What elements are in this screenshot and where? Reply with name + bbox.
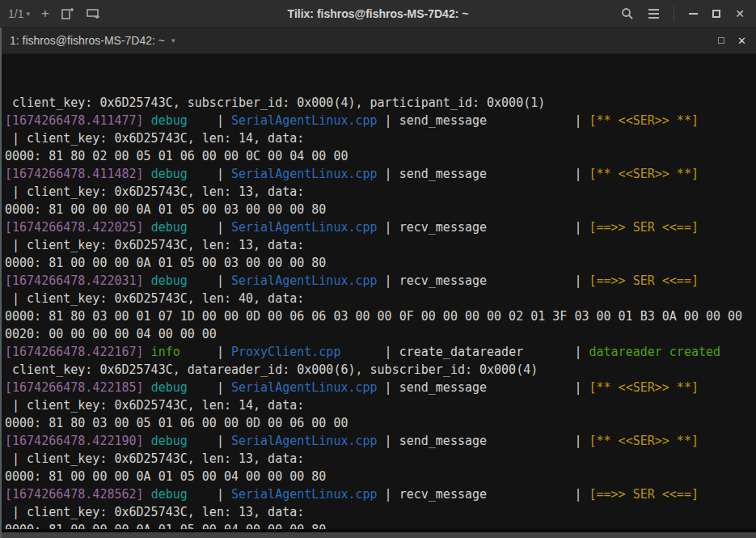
window-body: 1: fishros@fishros-MS-7D42: ~ ▾ ✕ client… bbox=[0, 28, 756, 538]
log-segment: SerialAgentLinux.cpp bbox=[231, 113, 378, 128]
terminal-output: client_key: 0x6D25743C, subscriber_id: 0… bbox=[5, 94, 756, 529]
add-terminal-down-icon[interactable] bbox=[86, 6, 101, 20]
log-segment: | client_key: 0x6D25743C, len: 14, data: bbox=[5, 398, 304, 413]
log-segment: debug bbox=[151, 380, 188, 395]
log-segment bbox=[144, 380, 151, 395]
log-segment: SerialAgentLinux.cpp bbox=[231, 273, 378, 288]
log-line: | client_key: 0x6D25743C, len: 14, data: bbox=[5, 129, 756, 147]
log-segment: [** <<SER>> **] bbox=[589, 113, 699, 128]
log-segment bbox=[144, 167, 151, 181]
log-segment: | bbox=[180, 345, 231, 359]
log-segment: debug bbox=[151, 434, 188, 448]
log-segment bbox=[144, 487, 151, 502]
log-segment: [** <<SER>> **] bbox=[589, 434, 699, 448]
log-line: [1674266478.422031] debug | SerialAgentL… bbox=[5, 272, 756, 290]
log-line: 0000: 81 00 00 00 0A 01 05 00 04 00 00 0… bbox=[5, 521, 756, 529]
log-segment: debug bbox=[151, 113, 188, 128]
log-line: | client_key: 0x6D25743C, len: 14, data: bbox=[5, 396, 756, 414]
log-line: 0000: 81 00 00 00 0A 01 05 00 03 00 00 0… bbox=[5, 254, 756, 272]
log-segment: SerialAgentLinux.cpp bbox=[231, 434, 378, 448]
log-line: [1674266478.428562] debug | SerialAgentL… bbox=[5, 485, 756, 503]
log-line: 0000: 81 80 02 00 05 01 06 00 00 0C 00 0… bbox=[5, 147, 756, 165]
log-segment: | bbox=[188, 113, 231, 128]
search-icon[interactable] bbox=[621, 7, 634, 20]
chevron-down-icon: ▾ bbox=[26, 10, 30, 18]
log-line: | client_key: 0x6D25743C, len: 13, data: bbox=[5, 450, 756, 468]
log-segment: [** <<SER>> **] bbox=[589, 380, 699, 395]
tab-counter-dropdown[interactable]: 1/1 ▾ bbox=[8, 7, 30, 20]
log-segment: debug bbox=[151, 273, 188, 288]
maximize-button[interactable] bbox=[712, 10, 720, 18]
log-segment: ProxyClient.cpp bbox=[231, 345, 340, 359]
log-segment: 0000: 81 80 03 00 05 01 06 00 00 0D 00 0… bbox=[5, 416, 348, 430]
log-segment: [==>> SER <<==] bbox=[589, 273, 699, 288]
tab-counter: 1/1 bbox=[8, 7, 23, 20]
log-segment: [1674266478.411477] bbox=[5, 113, 144, 128]
log-line: 0020: 00 00 00 00 04 00 00 00 bbox=[5, 325, 756, 343]
log-segment: datareader created bbox=[589, 345, 720, 359]
log-segment bbox=[144, 273, 151, 288]
log-segment: 0000: 81 00 00 00 0A 01 05 00 04 00 00 0… bbox=[5, 469, 326, 484]
new-session-button[interactable]: + bbox=[41, 6, 49, 20]
log-segment: | recv_message | bbox=[378, 487, 589, 502]
add-terminal-right-icon[interactable] bbox=[61, 6, 74, 20]
menu-icon[interactable] bbox=[648, 9, 659, 19]
log-segment: | client_key: 0x6D25743C, len: 13, data: bbox=[5, 451, 304, 466]
log-segment: [1674266478.428562] bbox=[5, 487, 144, 502]
session-tabbar: 1: fishros@fishros-MS-7D42: ~ ▾ ✕ bbox=[2, 28, 756, 54]
log-line: [1674266478.422167] info | ProxyClient.c… bbox=[5, 343, 756, 361]
terminal-close-icon[interactable]: ✕ bbox=[737, 36, 746, 46]
log-segment: | create_datareader | bbox=[340, 345, 589, 359]
session-tab[interactable]: 1: fishros@fishros-MS-7D42: ~ ▾ bbox=[10, 34, 175, 47]
log-segment: | send_message | bbox=[378, 434, 589, 448]
titlebar-separator bbox=[674, 6, 674, 22]
log-segment: | client_key: 0x6D25743C, len: 13, data: bbox=[5, 238, 304, 252]
log-segment: | bbox=[188, 434, 231, 448]
log-segment: client_key: 0x6D25743C, subscriber_id: 0… bbox=[5, 95, 545, 110]
log-line: | client_key: 0x6D25743C, len: 40, data: bbox=[5, 290, 756, 307]
terminal-maximize-icon[interactable] bbox=[718, 37, 724, 44]
log-segment: | client_key: 0x6D25743C, len: 13, data: bbox=[5, 184, 304, 199]
log-segment: debug bbox=[151, 220, 188, 235]
log-segment: [1674266478.422025] bbox=[5, 220, 144, 235]
log-segment: | send_message | bbox=[378, 113, 589, 128]
log-segment: [** <<SER>> **] bbox=[589, 167, 699, 181]
terminal[interactable]: client_key: 0x6D25743C, subscriber_id: 0… bbox=[2, 54, 756, 529]
log-line: 0000: 81 00 00 00 0A 01 05 00 04 00 00 0… bbox=[5, 468, 756, 485]
log-segment: debug bbox=[151, 487, 188, 502]
log-segment: SerialAgentLinux.cpp bbox=[231, 380, 378, 395]
log-line: [1674266478.411477] debug | SerialAgentL… bbox=[5, 112, 756, 129]
log-line: [1674266478.422185] debug | SerialAgentL… bbox=[5, 379, 756, 396]
log-segment: [1674266478.422190] bbox=[5, 434, 144, 448]
log-segment: client_key: 0x6D25743C, datareader_id: 0… bbox=[5, 362, 538, 377]
log-segment: | client_key: 0x6D25743C, len: 40, data: bbox=[5, 291, 304, 306]
log-segment: | bbox=[188, 273, 231, 288]
log-segment: debug bbox=[151, 167, 188, 181]
log-segment bbox=[144, 113, 151, 128]
log-segment: info bbox=[151, 345, 180, 359]
log-line: 0000: 81 00 00 00 0A 01 05 00 03 00 00 0… bbox=[5, 201, 756, 218]
log-segment: | recv_message | bbox=[378, 273, 589, 288]
tilix-window: 1/1 ▾ + Tilix: fishros@fishros-MS-7D42: … bbox=[0, 0, 756, 538]
log-segment: [1674266478.422185] bbox=[5, 380, 144, 395]
log-line: [1674266478.411482] debug | SerialAgentL… bbox=[5, 165, 756, 183]
log-segment: | recv_message | bbox=[378, 220, 589, 235]
log-segment: 0000: 81 00 00 00 0A 01 05 00 03 00 00 0… bbox=[5, 256, 326, 270]
log-segment: [1674266478.411482] bbox=[5, 167, 144, 181]
log-segment: | send_message | bbox=[378, 167, 589, 181]
log-segment bbox=[144, 345, 151, 359]
log-segment: SerialAgentLinux.cpp bbox=[231, 220, 378, 235]
log-segment: | bbox=[720, 345, 756, 359]
close-button[interactable]: ✕ bbox=[735, 8, 745, 19]
session-tab-title: 1: fishros@fishros-MS-7D42: ~ bbox=[10, 34, 165, 47]
log-segment: | bbox=[188, 487, 231, 502]
window-bottom-edge bbox=[2, 529, 756, 538]
log-segment: | bbox=[188, 167, 231, 181]
log-segment: [1674266478.422167] bbox=[5, 345, 144, 359]
log-segment: | client_key: 0x6D25743C, len: 13, data: bbox=[5, 505, 304, 519]
log-segment: | client_key: 0x6D25743C, len: 14, data: bbox=[5, 131, 304, 146]
log-segment: 0000: 81 80 02 00 05 01 06 00 00 0C 00 0… bbox=[5, 149, 348, 163]
log-segment: 0000: 81 00 00 00 0A 01 05 00 04 00 00 0… bbox=[5, 523, 326, 529]
log-segment: [==>> SER <<==] bbox=[589, 487, 699, 502]
minimize-button[interactable] bbox=[689, 13, 698, 15]
